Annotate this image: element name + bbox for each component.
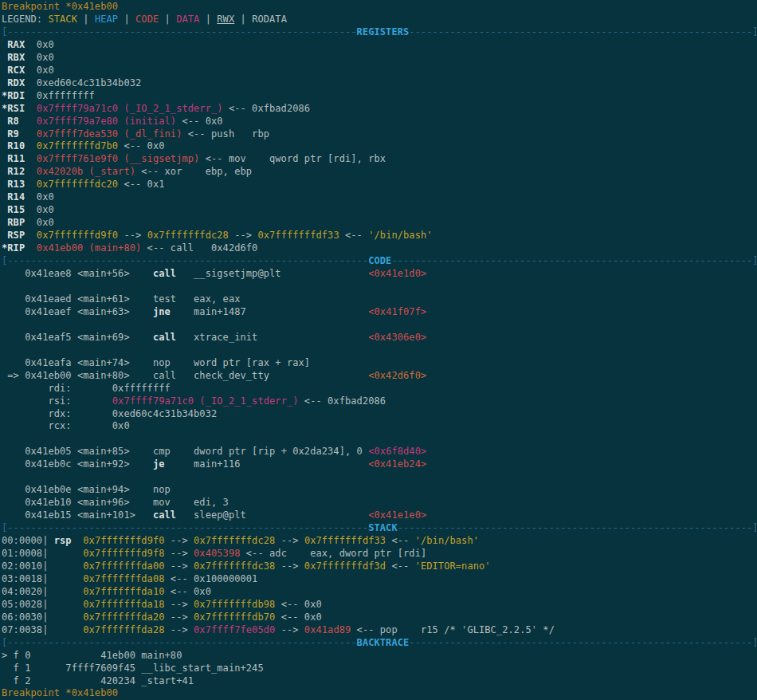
text-segment: 0x7fffffffdc28 xyxy=(147,230,229,241)
frame-index: > f 0 xyxy=(2,650,31,661)
arg-value: 0x0 xyxy=(112,420,130,431)
stack-address: 0x7fffffffda08 xyxy=(83,573,164,584)
instruction-address: 0x41eb15 <main+101> xyxy=(2,509,153,521)
text-segment: 0x7fffffffdf33 xyxy=(304,535,386,546)
call-arg-row: rcx: 0x0 xyxy=(2,420,757,433)
disasm-row: 0x41eb05 <main+85> cmp dword ptr [rip + … xyxy=(2,446,757,458)
register-value: 0x7ffff761e9f0 (__sigsetjmp) xyxy=(37,153,200,164)
dereference-chain: <-- 0x100000001 xyxy=(165,573,258,584)
text-segment xyxy=(269,370,368,381)
text-segment: ----------------------------------------… xyxy=(7,522,368,533)
section-title-registers: REGISTERS xyxy=(357,26,410,37)
backtrace-frame: > f 0 41eb00 main+80 xyxy=(2,650,757,663)
operand: __sigsetjmp@plt xyxy=(176,268,280,279)
breakpoint-message-bottom: Breakpoint *0x41eb00 xyxy=(2,687,757,700)
text-segment xyxy=(31,675,101,686)
arg-name: rdx: xyxy=(2,408,112,419)
dereference-chain: <-- 0xfbad2086 xyxy=(299,395,386,407)
text-segment: --> xyxy=(165,548,194,559)
disasm-row: 0x41eb10 <main+96> mov edi, 3 xyxy=(2,497,757,509)
stack-offset: 04:0020| xyxy=(2,586,83,597)
text-segment: | xyxy=(199,14,217,25)
register-value: 0x7fffffffd7b0 xyxy=(37,140,118,151)
terminal[interactable]: Breakpoint *0x41eb00LEGEND: STACK | HEAP… xyxy=(0,0,757,700)
text-segment: 0x41ad89 xyxy=(304,624,351,635)
text-segment xyxy=(72,535,84,546)
register-row-rsi: *RSI 0x7ffff79a71c0 (_IO_2_1_stderr_) <-… xyxy=(2,103,757,116)
register-name: RBX xyxy=(2,52,37,63)
operand: eax, eax xyxy=(176,293,240,305)
operand: main+1487 xyxy=(171,306,246,317)
stack-row: 01:0008| 0x7fffffffd9f8 --> 0x405398 <--… xyxy=(2,548,757,560)
string-value: 'EDITOR=nano' xyxy=(415,560,491,572)
text-segment: ] xyxy=(752,637,757,648)
text-segment: --> xyxy=(165,560,194,572)
frame-function: _start+41 xyxy=(135,675,194,686)
backtrace-frame: f 1 7ffff7609f45 __libc_start_main+245 xyxy=(2,663,757,675)
arg-name: rcx: xyxy=(2,420,112,431)
frame-address: 41eb00 xyxy=(100,650,135,661)
text-segment: <-- xyxy=(386,535,415,546)
stack-row: 00:0000| rsp 0x7fffffffd9f0 --> 0x7fffff… xyxy=(2,535,757,548)
stack-row: 06:0030| 0x7fffffffda20 --> 0x7fffffffdb… xyxy=(2,612,757,624)
mnemonic: mov xyxy=(153,497,171,508)
text-segment: | xyxy=(234,14,252,25)
register-value: 0x7fffffffdc20 xyxy=(37,179,118,190)
register-row-r10: R10 0x7fffffffd7b0 <-- 0x0 xyxy=(2,140,757,153)
instruction-address: 0x41eb0e <main+94> xyxy=(2,484,153,495)
mnemonic: call xyxy=(153,509,176,521)
frame-function: main+80 xyxy=(135,650,182,661)
stack-offset: 03:0018| xyxy=(2,573,83,584)
blank-line xyxy=(2,319,757,332)
section-title-backtrace: BACKTRACE xyxy=(357,637,410,648)
backtrace-frame: f 2 420234 _start+41 xyxy=(2,675,757,688)
register-row-rdx: RDX 0xed60c4c31b34b032 xyxy=(2,77,757,90)
text-segment: ----------------------------------------… xyxy=(409,637,752,648)
stack-address: 0x7fffffffda00 xyxy=(83,560,164,572)
blank-line xyxy=(2,344,757,357)
call-arg-row: rsi: 0x7ffff79a71c0 (_IO_2_1_stderr_) <-… xyxy=(2,395,757,408)
register-name: *RDI xyxy=(2,90,37,101)
stack-offset: 07:0038| xyxy=(2,624,83,635)
register-value: 0x0 xyxy=(37,204,54,215)
instruction-address: 0x41eaed <main+61> xyxy=(2,293,153,305)
register-name: RAX xyxy=(2,39,37,50)
arg-name: rdi: xyxy=(2,383,112,394)
text-segment: ----------------------------------------… xyxy=(7,637,356,648)
register-name: *RSI xyxy=(2,103,37,114)
branch-target: <0x6f8d40> xyxy=(368,446,426,457)
register-value: 0x7ffff79a71c0 (_IO_2_1_stderr_) xyxy=(37,103,223,114)
register-row-r14: R14 0x0 xyxy=(2,191,757,204)
stack-row: 07:0038| 0x7fffffffda28 --> 0x7ffff7fe05… xyxy=(2,624,757,637)
current-instruction-marker: => 0x41eb00 <main+80> xyxy=(2,370,153,381)
register-name: *RIP xyxy=(2,242,37,254)
text-segment xyxy=(241,458,369,470)
section-title-stack: STACK xyxy=(368,522,398,533)
text-segment: ----------------------------------------… xyxy=(398,522,753,533)
text-segment: ] xyxy=(752,26,757,37)
register-row-r9: R9 0x7ffff7dea530 (_dl_fini) <-- push rb… xyxy=(2,128,757,141)
breakpoint-text: Breakpoint *0x41eb00 xyxy=(2,687,118,698)
register-row-rip: *RIP 0x41eb00 (main+80) <-- call 0x42d6f… xyxy=(2,242,757,255)
register-value: 0x41eb00 (main+80) xyxy=(37,242,141,254)
register-row-r13: R13 0x7fffffffdc20 <-- 0x1 xyxy=(2,179,757,191)
arg-value: 0xffffffff xyxy=(112,383,171,394)
stack-offset: 00:0000| xyxy=(2,535,54,546)
legend-stack: STACK xyxy=(48,14,77,25)
blank-line xyxy=(2,471,757,484)
dereference-chain: <-- 0x0 xyxy=(275,599,321,610)
stack-register: rsp xyxy=(54,535,72,546)
register-row-rsp: RSP 0x7fffffffd9f0 --> 0x7fffffffdc28 --… xyxy=(2,230,757,242)
dereference-chain: <-- 0x0 xyxy=(165,586,211,597)
stack-offset: 01:0008| xyxy=(2,548,83,559)
current-branch-target: <0x42d6f0> xyxy=(368,370,426,381)
text-segment: --> xyxy=(165,612,194,623)
text-segment: | xyxy=(118,14,135,25)
text-segment: | xyxy=(77,14,95,25)
register-name: RDX xyxy=(2,77,37,88)
mnemonic: jne xyxy=(153,306,171,317)
backtrace-divider: [---------------------------------------… xyxy=(2,637,757,650)
operand: dword ptr [rip + 0x2da234], 0 xyxy=(171,446,363,457)
text-segment xyxy=(246,509,368,521)
stack-address: 0x7fffffffd9f8 xyxy=(83,548,164,559)
